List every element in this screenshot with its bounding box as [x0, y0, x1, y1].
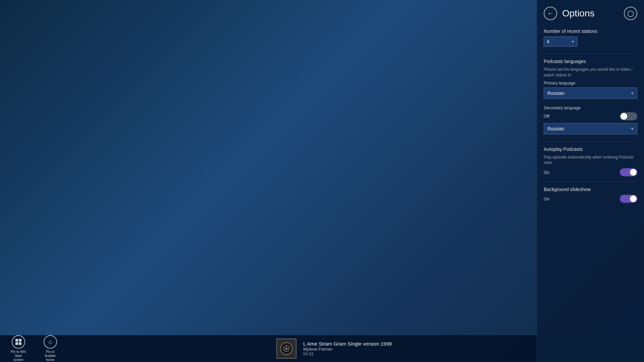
primary-language-dropdown[interactable]: Russian English German [544, 87, 637, 99]
divider3 [544, 181, 637, 182]
bottom-actions: Pin to Win Startscreen ⌂ Pin to Audialsh… [0, 335, 67, 362]
pin-start-icon [12, 335, 25, 349]
pin-start-action[interactable]: Pin to Win Startscreen [7, 335, 30, 362]
primary-language-dropdown-wrapper: Russian English German [544, 87, 637, 99]
options-close-icon: ◯ [627, 10, 634, 17]
autoplay-desc: Play episode automatically when entering… [544, 155, 637, 166]
track-title: L Ame Stram Gram Single version 1999 [303, 341, 392, 347]
primary-language-label: Primary language [544, 81, 637, 85]
divider2 [544, 141, 637, 141]
svg-rect-29 [19, 339, 21, 342]
podcasts-languages-label: Podcasts languages [544, 59, 637, 64]
secondary-language-dropdown-wrapper: Russian English German [544, 123, 637, 134]
options-header: ← Options ◯ [544, 7, 637, 20]
secondary-toggle-knob [621, 113, 627, 120]
autoplay-toggle-row: On [544, 168, 637, 176]
track-duration: 04:33 [303, 352, 392, 356]
divider1 [544, 53, 637, 54]
pin-home-icon: ⌂ [44, 335, 57, 349]
track-artist: Mylene Farmer [303, 347, 392, 352]
autoplay-on-label: On [544, 170, 549, 175]
options-back-button[interactable]: ← [544, 7, 557, 20]
pin-home-action[interactable]: ⌂ Pin to Audialshome [40, 335, 60, 362]
svg-rect-31 [19, 342, 21, 345]
slideshow-knob [630, 195, 637, 202]
autoplay-toggle[interactable] [620, 168, 637, 176]
svg-rect-30 [15, 342, 18, 345]
autoplay-label: Autoplay Podcasts [544, 146, 637, 152]
secondary-language-toggle[interactable] [620, 112, 637, 120]
pin-start-label: Pin to Win Startscreen [7, 350, 30, 362]
slideshow-toggle[interactable] [620, 195, 637, 203]
svg-point-34 [285, 348, 287, 350]
now-playing-bar: L Ame Stram Gram Single version 1999 Myl… [67, 339, 601, 359]
secondary-language-label: Secondary language [544, 106, 637, 110]
slideshow-on-label: On [544, 196, 549, 201]
slideshow-label: Background slideshow [544, 187, 637, 192]
options-panel: ← Options ◯ Number of recent stations 4 … [537, 0, 644, 362]
secondary-toggle-off-label: Off [544, 114, 549, 119]
recent-stations-dropdown-wrapper: 4 1 2 3 5 6 [544, 37, 577, 47]
recent-stations-label: Number of recent stations [544, 28, 637, 34]
autoplay-knob [630, 169, 637, 176]
pin-home-label: Pin to Audialshome [40, 350, 60, 362]
secondary-language-dropdown[interactable]: Russian English German [544, 123, 637, 134]
slideshow-toggle-row: On [544, 195, 637, 203]
recent-stations-dropdown[interactable]: 4 1 2 3 5 6 [544, 37, 577, 47]
podcasts-languages-desc: Please set the languages you would like … [544, 67, 637, 78]
options-back-icon: ← [547, 10, 553, 17]
track-info: L Ame Stram Gram Single version 1999 Myl… [303, 341, 392, 356]
options-title: Options [562, 8, 624, 19]
secondary-language-toggle-row: Off [544, 112, 637, 120]
svg-rect-28 [15, 339, 18, 342]
options-close-button[interactable]: ◯ [624, 7, 637, 20]
album-art [276, 339, 297, 359]
